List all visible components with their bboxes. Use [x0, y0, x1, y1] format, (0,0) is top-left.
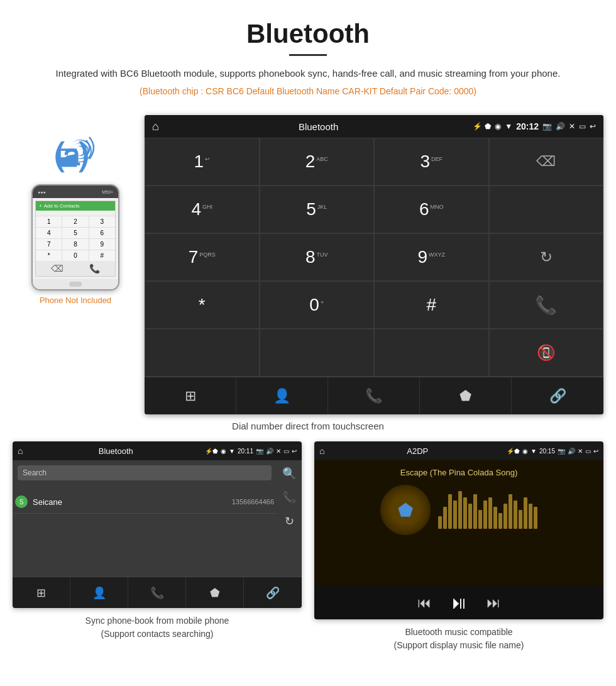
pb-empty-space	[13, 514, 277, 577]
music-x-icon[interactable]: ✕	[578, 448, 583, 455]
waveform-bar	[509, 494, 512, 529]
phone-key-5[interactable]: 5	[62, 228, 88, 238]
dialer-key-7[interactable]: 7PQRS	[145, 233, 260, 281]
prev-track-button[interactable]: ⏮	[417, 595, 431, 611]
music-win-icon[interactable]: ▭	[585, 448, 591, 455]
music-app-title: A2DP	[328, 446, 507, 456]
pb-contact-row[interactable]: S Seicane 13566664466	[13, 490, 277, 514]
pb-usb-icon: ⚡	[205, 448, 212, 455]
dialer-key-0[interactable]: 0+	[260, 281, 375, 329]
bt-symbol-svg: ⒜	[50, 134, 101, 178]
phone-home-button[interactable]	[69, 282, 82, 287]
pb-win-icon[interactable]: ▭	[283, 448, 289, 455]
back-icon[interactable]: ↩	[590, 122, 596, 131]
toolbar-calls-btn[interactable]: 📞	[328, 377, 420, 414]
music-back-icon[interactable]: ↩	[593, 448, 598, 455]
phone-not-included-label: Phone Not Included	[40, 296, 111, 305]
dialer-key-2[interactable]: 2ABC	[260, 138, 375, 185]
pb-status-bar: ⌂ Bluetooth ⚡ ⬟ ◉ ▼ 20:11 📷 🔊 ✕ ▭ ↩	[13, 441, 302, 460]
phone-key-8[interactable]: 8	[62, 239, 88, 250]
waveform-bar	[488, 497, 492, 529]
next-track-button[interactable]: ⏭	[487, 595, 500, 611]
dialer-call-button[interactable]: 📞	[489, 281, 604, 329]
camera-icon[interactable]: 📷	[542, 122, 552, 131]
music-bt-icon: ⬟	[514, 448, 520, 455]
phone-action-row: ⌫ 📞	[36, 261, 115, 276]
pb-x-icon[interactable]: ✕	[276, 448, 281, 455]
pb-tb-bt[interactable]: ⬟	[186, 577, 244, 608]
phone-key-0[interactable]: 0	[62, 250, 88, 261]
dialer-key-4[interactable]: 4GHI	[145, 185, 260, 233]
pb-tb-contacts[interactable]: 👤	[70, 577, 128, 608]
toolbar-bluetooth-btn[interactable]: ⬟	[420, 377, 512, 414]
pb-search-input[interactable]: Search	[18, 465, 272, 480]
bluetooth-specs: (Bluetooth chip : CSR BC6 Default Blueto…	[38, 86, 578, 96]
pb-caption-text: Sync phone-book from mobile phone(Suppor…	[85, 616, 229, 639]
pb-refresh-icon[interactable]: ↻	[285, 514, 294, 528]
play-pause-button[interactable]: ⏯	[450, 592, 468, 613]
waveform-bar	[438, 516, 442, 529]
phone-key-7[interactable]: 7	[36, 239, 62, 250]
phone-key-star[interactable]: *	[36, 250, 62, 261]
dialer-key-star[interactable]: *	[145, 281, 260, 329]
pb-cam-icon[interactable]: 📷	[256, 448, 263, 455]
toolbar-settings-btn[interactable]: 🔗	[512, 377, 603, 414]
dialer-r5-c2	[260, 329, 375, 377]
dialer-key-6[interactable]: 6MNO	[374, 185, 489, 233]
waveform-bar	[473, 494, 477, 529]
phone-backspace-icon[interactable]: ⌫	[51, 263, 63, 274]
pb-tb-calls[interactable]: 📞	[128, 577, 186, 608]
pb-app-title: Bluetooth	[26, 446, 205, 456]
toolbar-dialpad-btn[interactable]: ⊞	[145, 377, 236, 414]
phone-numpad: 1 2 3 4 5 6 7 8 9 * 0 #	[36, 216, 115, 261]
dialer-key-1[interactable]: 1↩	[145, 138, 260, 185]
toolbar-contacts-btn[interactable]: 👤	[236, 377, 328, 414]
music-home-icon[interactable]: ⌂	[319, 446, 324, 456]
status-icons: ⬟ ◉ ▼ 20:12 📷 🔊 ✕ ▭ ↩	[485, 121, 596, 131]
pb-back-icon[interactable]: ↩	[292, 448, 297, 455]
dialer-redial[interactable]: ↻	[489, 233, 604, 281]
dialer-backspace[interactable]: ⌫	[489, 138, 604, 185]
phone-key-9[interactable]: 9	[89, 239, 115, 250]
pb-bt-icon: ⬟	[212, 448, 218, 455]
waveform-bar	[463, 497, 467, 529]
volume-icon[interactable]: 🔊	[556, 122, 565, 131]
window-icon[interactable]: ▭	[579, 122, 586, 131]
waveform-bar	[493, 507, 497, 529]
waveform-bar	[483, 501, 487, 529]
close-icon[interactable]: ✕	[569, 122, 575, 131]
phone-key-3[interactable]: 3	[89, 216, 115, 227]
pb-vol-icon[interactable]: 🔊	[266, 448, 273, 455]
phone-call-icon[interactable]: 📞	[89, 263, 100, 274]
pb-tb-dialpad[interactable]: ⊞	[13, 577, 70, 608]
pb-contact-number: 13566664466	[232, 498, 274, 506]
dialer-key-3[interactable]: 3DEF	[374, 138, 489, 185]
dialer-key-hash[interactable]: #	[374, 281, 489, 329]
dialer-grid: 1↩ 2ABC 3DEF ⌫ 4GHI 5JKL 6MNO	[145, 138, 603, 377]
phone-key-2[interactable]: 2	[62, 216, 88, 227]
music-vol-icon[interactable]: 🔊	[568, 448, 575, 455]
music-status-bar: ⌂ A2DP ⚡ ⬟ ◉ ▼ 20:15 📷 🔊 ✕ ▭ ↩	[314, 441, 603, 460]
signal-icon: ▼	[505, 122, 512, 131]
waveform-bar	[458, 491, 462, 529]
phone-key-4[interactable]: 4	[36, 228, 62, 238]
music-caption: Bluetooth music compatible(Support displ…	[314, 626, 603, 652]
pb-home-icon[interactable]: ⌂	[18, 446, 23, 456]
pb-phone-icon[interactable]: 📞	[282, 490, 296, 504]
music-screen: ⌂ A2DP ⚡ ⬟ ◉ ▼ 20:15 📷 🔊 ✕ ▭ ↩ Escape (T…	[314, 441, 603, 619]
pb-tb-link[interactable]: 🔗	[244, 577, 302, 608]
phone-key-hash[interactable]: #	[89, 250, 115, 261]
dialer-end-call-button[interactable]: 📵	[489, 329, 604, 377]
pb-search-icon[interactable]: 🔍	[282, 467, 296, 480]
phone-key-6[interactable]: 6	[89, 228, 115, 238]
waveform-bar	[534, 507, 537, 529]
pb-caption: Sync phone-book from mobile phone(Suppor…	[13, 614, 302, 641]
waveform-bar	[478, 510, 482, 529]
music-cam-icon[interactable]: 📷	[558, 448, 565, 455]
dialer-key-5[interactable]: 5JKL	[260, 185, 375, 233]
page-description: Integrated with BC6 Bluetooth module, su…	[38, 66, 578, 81]
home-icon[interactable]: ⌂	[152, 120, 159, 133]
phone-key-1[interactable]: 1	[36, 216, 62, 227]
dialer-key-8[interactable]: 8TUV	[260, 233, 375, 281]
dialer-key-9[interactable]: 9WXYZ	[374, 233, 489, 281]
